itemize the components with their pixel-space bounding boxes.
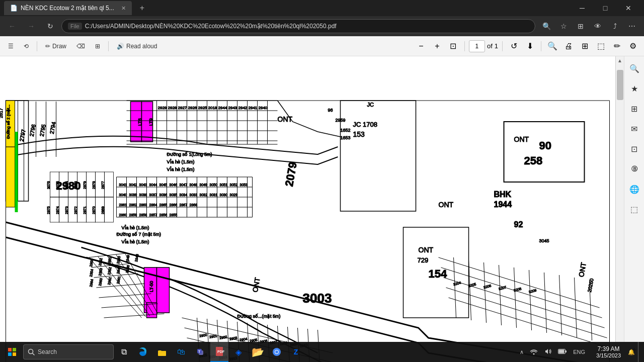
svg-rect-160 — [147, 303, 157, 318]
start-button[interactable] — [2, 342, 22, 362]
svg-text:3042: 3042 — [129, 183, 137, 187]
address-text: C:/Users/ADMIN/Desktop/NÈN%20KDC%20Ecoto… — [85, 23, 337, 30]
pdf-taskbar-icon[interactable]: PDF — [210, 342, 228, 362]
sidebar-search-button[interactable]: 🔍 — [626, 60, 642, 76]
tab-title: NÈN KDC Ecotow 2 mặt tiên ql 5... — [21, 5, 114, 12]
explorer-taskbar-icon[interactable] — [153, 342, 171, 362]
favorites-icon[interactable]: ☆ — [555, 18, 572, 34]
tools2-button[interactable]: ⊞ — [578, 39, 592, 53]
svg-text:90: 90 — [539, 139, 551, 152]
new-tab-button[interactable]: + — [136, 4, 148, 13]
svg-text:2929: 2929 — [158, 106, 167, 110]
settings2-button[interactable]: ⚙ — [626, 39, 640, 53]
svg-text:2869: 2869 — [101, 206, 105, 214]
clock-display[interactable]: 7:39 AM 3/15/2023 — [592, 345, 625, 358]
rotate-button[interactable]: ↺ — [507, 39, 521, 53]
erase-button[interactable]: ⌫ — [72, 39, 89, 53]
svg-text:2926: 2926 — [188, 106, 197, 110]
svg-rect-265 — [13, 352, 16, 356]
draw-icon: ✏ — [45, 43, 50, 50]
folder-taskbar-icon[interactable]: 📂 — [249, 342, 267, 362]
taskbar-search-box[interactable]: Search — [23, 344, 114, 359]
browser-tab-active[interactable]: 📄 NÈN KDC Ecotow 2 mặt tiên ql 5... ✕ — [4, 1, 132, 15]
page-number-input[interactable] — [469, 40, 485, 52]
svg-text:2859: 2859 — [129, 213, 137, 217]
svg-text:3045: 3045 — [539, 238, 549, 243]
svg-text:3049: 3049 — [200, 183, 208, 187]
svg-text:Đường số 2 (mặt...: Đường số 2 (mặt... — [6, 105, 11, 139]
vscroll-track[interactable] — [616, 65, 624, 353]
sidebar-collections-button[interactable]: ⊞ — [626, 101, 642, 117]
back-button[interactable]: ← — [4, 18, 20, 34]
notification-icon[interactable]: 🔔 — [626, 348, 637, 356]
collections-icon[interactable]: ⊞ — [573, 18, 589, 34]
readaloud-button[interactable]: 🔊 Read aloud — [113, 39, 161, 53]
tray-lang-icon[interactable]: ENG — [571, 348, 587, 356]
download-button[interactable]: ⬇ — [523, 39, 537, 53]
svg-text:3030: 3030 — [220, 193, 228, 197]
draw-button[interactable]: ✏ Draw — [41, 39, 70, 53]
browser-settings-icon[interactable]: 👁 — [590, 18, 606, 34]
tab-close-button[interactable]: ✕ — [121, 5, 126, 12]
close-button[interactable]: ✕ — [617, 0, 640, 16]
print-button[interactable]: 🖨 — [561, 39, 576, 53]
vscroll-up-arrow[interactable]: ▲ — [616, 56, 624, 65]
immersive-button[interactable]: ⬚ — [594, 39, 608, 53]
teams-taskbar-icon[interactable]: T — [191, 342, 209, 362]
search-button[interactable]: 🔍 — [545, 39, 559, 53]
browser-right-icons: 🔍 ☆ ⊞ 👁 ⤴ ⋯ — [538, 18, 640, 34]
store-taskbar-icon[interactable]: 🛍 — [172, 342, 190, 362]
vertical-scrollbar[interactable]: ▲ ▼ — [615, 56, 624, 362]
svg-text:3073: 3073 — [74, 181, 77, 189]
sidebar-favorites-button[interactable]: ★ — [626, 80, 642, 97]
chrome-taskbar-icon[interactable] — [268, 342, 286, 362]
pdf-viewer[interactable]: 2797 2796 2795 2794 LT6 LT9 — [0, 56, 615, 362]
svg-text:ONT: ONT — [514, 135, 529, 143]
main-area: 2797 2796 2795 2794 LT6 LT9 — [0, 56, 644, 362]
draw2-button[interactable]: ✏ — [610, 39, 624, 53]
tray-network-icon[interactable] — [528, 346, 540, 357]
vscroll-thumb[interactable] — [617, 70, 623, 100]
forward-button[interactable]: → — [23, 18, 39, 34]
window-controls: ─ □ ✕ — [571, 0, 640, 16]
svg-rect-268 — [158, 351, 166, 356]
minimize-button[interactable]: ─ — [571, 0, 594, 16]
sidebar-outlook-button[interactable]: ✉ — [626, 121, 642, 137]
taskview-button[interactable]: ⧉ — [115, 342, 133, 362]
svg-text:ONT: ONT — [419, 246, 434, 254]
dropbox-taskbar-icon[interactable]: ◈ — [229, 342, 248, 362]
sidebar-office-button[interactable]: ⊡ — [626, 141, 642, 157]
svg-text:3076: 3076 — [47, 181, 50, 189]
menu-button[interactable]: ☰ — [4, 39, 18, 53]
svg-text:2977: 2977 — [101, 181, 105, 189]
zoom-icon[interactable]: 🔍 — [538, 18, 554, 34]
toolbar-divider-5 — [541, 41, 541, 51]
tray-expand-icon[interactable]: ∧ — [518, 348, 526, 356]
svg-text:2863: 2863 — [139, 203, 147, 207]
zoom-in-button[interactable]: + — [430, 39, 444, 53]
svg-text:2927: 2927 — [178, 106, 187, 110]
svg-text:3029: 3029 — [230, 193, 238, 197]
zoom-out-button[interactable]: − — [414, 39, 428, 53]
tools-button[interactable]: ⟲ — [20, 39, 33, 53]
show-desktop-button[interactable] — [638, 342, 642, 362]
layout-button[interactable]: ⊞ — [91, 39, 104, 53]
settings-icon[interactable]: ⋯ — [624, 18, 640, 34]
fit-page-button[interactable]: ⊡ — [446, 39, 460, 53]
svg-text:2018: 2018 — [208, 106, 217, 110]
share-icon[interactable]: ⤴ — [607, 18, 623, 34]
svg-text:729: 729 — [418, 256, 429, 264]
tray-volume-icon[interactable] — [542, 346, 554, 357]
sidebar-immersive-button[interactable]: ⬚ — [626, 201, 642, 217]
tray-battery-icon[interactable] — [556, 347, 569, 356]
edge-taskbar-icon[interactable] — [134, 342, 152, 362]
svg-rect-264 — [8, 352, 12, 356]
address-bar-input[interactable]: File C:/Users/ADMIN/Desktop/NÈN%20KDC%20… — [61, 19, 535, 33]
refresh-button[interactable]: ↻ — [42, 18, 58, 34]
sidebar-translate-button[interactable]: 🌐 — [626, 181, 642, 197]
sidebar-bing-button[interactable]: Ⓑ — [626, 161, 642, 177]
svg-text:BHK: BHK — [494, 190, 512, 199]
svg-text:3034: 3034 — [180, 193, 188, 197]
zalo-taskbar-icon[interactable]: Z — [287, 342, 305, 362]
maximize-button[interactable]: □ — [594, 0, 617, 16]
